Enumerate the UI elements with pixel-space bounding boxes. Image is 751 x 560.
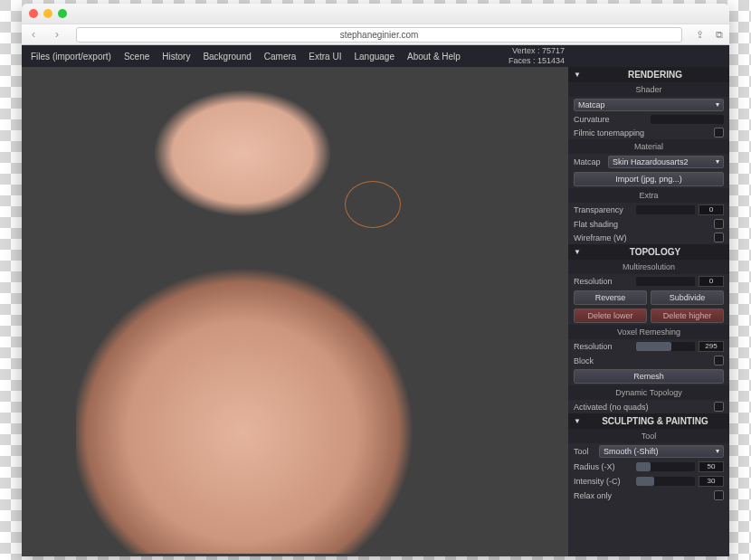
side-panel: ▼ RENDERING Shader Matcap▾ Curvature Fil… (568, 45, 729, 556)
app-menubar: Files (import/export) Scene History Back… (22, 45, 729, 67)
menu-background[interactable]: Background (203, 52, 251, 62)
forward-button[interactable]: › (45, 28, 69, 41)
voxel-resolution-label: Resolution (574, 342, 632, 351)
sculpt-mesh[interactable] (76, 65, 438, 554)
relax-checkbox[interactable] (714, 490, 724, 500)
delete-lower-button[interactable]: Delete lower (574, 308, 647, 323)
url-field[interactable]: stephaneginier.com (76, 27, 682, 43)
matcap-select[interactable]: Skin Hazardousarts2▾ (608, 156, 724, 168)
voxel-resolution-value[interactable]: 295 (699, 341, 724, 352)
wireframe-checkbox[interactable] (714, 233, 724, 242)
radius-label: Radius (-X) (574, 462, 632, 471)
chevron-down-icon: ▼ (574, 71, 581, 79)
menu-files[interactable]: Files (import/export) (31, 52, 111, 62)
tool-select[interactable]: Smooth (-Shift)▾ (599, 445, 724, 458)
material-subheader: Material (568, 139, 729, 154)
intensity-value[interactable]: 30 (699, 476, 724, 487)
chevron-down-icon: ▼ (574, 417, 581, 425)
flat-shading-checkbox[interactable] (714, 219, 724, 229)
intensity-label: Intensity (-C) (574, 477, 632, 486)
delete-higher-button[interactable]: Delete higher (651, 308, 724, 323)
resolution-label: Resolution (574, 277, 632, 286)
filmic-checkbox[interactable] (714, 128, 724, 138)
back-button[interactable]: ‹ (22, 28, 45, 41)
rendering-section-header[interactable]: ▼ RENDERING (568, 67, 729, 82)
resolution-value[interactable]: 0 (699, 276, 724, 287)
topology-section-header[interactable]: ▼ TOPOLOGY (568, 244, 729, 260)
menu-camera[interactable]: Camera (264, 52, 297, 62)
zoom-dot[interactable] (58, 9, 67, 18)
reverse-button[interactable]: Reverse (574, 290, 647, 305)
close-dot[interactable] (29, 9, 38, 18)
activated-label: Activated (no quads) (574, 403, 710, 412)
title-bar[interactable] (22, 4, 729, 24)
menu-about[interactable]: About & Help (407, 52, 461, 62)
relax-label: Relax only (574, 491, 710, 500)
flat-shading-label: Flat shading (574, 220, 710, 229)
multires-subheader: Multiresolution (568, 260, 729, 274)
activated-checkbox[interactable] (714, 402, 724, 412)
wireframe-label: Wireframe (W) (574, 233, 710, 242)
brush-cursor (345, 181, 401, 228)
mesh-stats: Vertex : 75717 Faces : 151434 (509, 46, 565, 66)
radius-slider[interactable] (636, 462, 695, 471)
menu-scene[interactable]: Scene (124, 52, 149, 62)
browser-toolbar: ‹ › stephaneginier.com ⇪ ⧉ (22, 24, 729, 45)
transparency-slider[interactable] (636, 205, 695, 214)
curvature-label: Curvature (574, 115, 647, 124)
dynamic-topo-subheader: Dynamic Topology (568, 385, 729, 400)
filmic-label: Filmic tonemapping (574, 128, 710, 138)
block-label: Block (574, 356, 710, 365)
tool-label: Tool (574, 447, 595, 456)
share-button[interactable]: ⇪ (689, 29, 709, 41)
extra-subheader: Extra (568, 188, 729, 203)
voxel-subheader: Voxel Remeshing (568, 325, 729, 339)
matcap-label: Matcap (574, 157, 604, 166)
menu-language[interactable]: Language (354, 52, 395, 62)
shader-subheader: Shader (568, 82, 729, 97)
import-matcap-button[interactable]: Import (jpg, png...) (574, 172, 724, 186)
sculpting-section-header[interactable]: ▼ SCULPTING & PAINTING (568, 413, 729, 429)
menu-extraui[interactable]: Extra UI (309, 52, 341, 62)
chevron-down-icon: ▼ (574, 248, 581, 256)
voxel-resolution-slider[interactable] (636, 342, 695, 351)
tabs-button[interactable]: ⧉ (709, 29, 729, 41)
radius-value[interactable]: 50 (699, 461, 724, 472)
minimize-dot[interactable] (43, 9, 52, 18)
viewport-3d[interactable] (22, 45, 568, 556)
shader-select[interactable]: Matcap▾ (574, 99, 724, 111)
menu-history[interactable]: History (162, 52, 190, 62)
transparency-value[interactable]: 0 (699, 204, 724, 215)
subdivide-button[interactable]: Subdivide (651, 290, 724, 305)
tool-subheader: Tool (568, 429, 729, 443)
curvature-slider[interactable] (651, 115, 724, 124)
browser-window: ‹ › stephaneginier.com ⇪ ⧉ Files (import… (22, 4, 729, 556)
transparency-label: Transparency (574, 205, 632, 214)
block-checkbox[interactable] (714, 356, 724, 365)
resolution-slider[interactable] (636, 277, 695, 286)
remesh-button[interactable]: Remesh (574, 369, 724, 384)
app-content: Files (import/export) Scene History Back… (22, 45, 729, 556)
intensity-slider[interactable] (636, 477, 695, 486)
